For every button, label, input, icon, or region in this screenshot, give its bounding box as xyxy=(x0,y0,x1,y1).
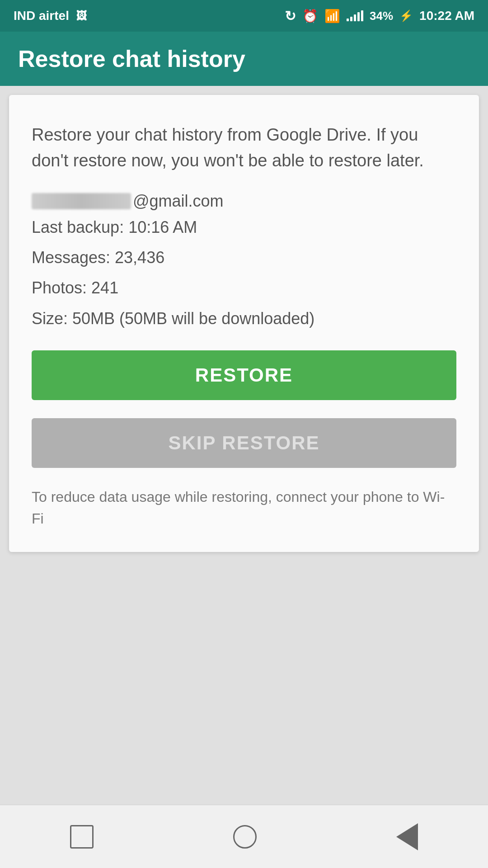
wifi-icon: 📶 xyxy=(324,9,340,24)
email-blurred xyxy=(32,193,131,209)
signal-icon xyxy=(347,10,363,21)
restore-button[interactable]: RESTORE xyxy=(32,350,456,400)
description-text: Restore your chat history from Google Dr… xyxy=(32,122,456,174)
email-row: @gmail.com xyxy=(32,192,456,211)
alarm-icon: ⏰ xyxy=(302,9,318,24)
status-bar: IND airtel 🖼 ↻ ⏰ 📶 34% ⚡ 10:22 AM xyxy=(0,0,488,32)
time-label: 10:22 AM xyxy=(419,9,474,23)
wifi-hint-text: To reduce data usage while restoring, co… xyxy=(32,486,456,529)
home-icon xyxy=(233,825,257,849)
email-suffix: @gmail.com xyxy=(133,192,224,211)
carrier-label: IND airtel xyxy=(14,9,69,23)
messages-label: Messages: 23,436 xyxy=(32,244,456,271)
toolbar: Restore chat history xyxy=(0,32,488,86)
recents-icon xyxy=(70,825,94,849)
skip-restore-button[interactable]: SKIP RESTORE xyxy=(32,418,456,468)
battery-percent: 34% xyxy=(370,9,393,23)
size-label: Size: 50MB (50MB will be downloaded) xyxy=(32,305,456,332)
photos-label: Photos: 241 xyxy=(32,274,456,302)
home-button[interactable] xyxy=(233,825,257,849)
nav-bar xyxy=(0,805,488,868)
battery-lightning-icon: ⚡ xyxy=(399,9,413,22)
last-backup-label: Last backup: 10:16 AM xyxy=(32,213,456,241)
back-icon xyxy=(396,823,418,850)
status-left: IND airtel 🖼 xyxy=(14,9,87,23)
status-right: ↻ ⏰ 📶 34% ⚡ 10:22 AM xyxy=(285,8,474,24)
backup-info: @gmail.com Last backup: 10:16 AM Message… xyxy=(32,192,456,332)
page-title: Restore chat history xyxy=(18,45,245,72)
content-area: Restore your chat history from Google Dr… xyxy=(0,86,488,805)
recents-button[interactable] xyxy=(70,825,94,849)
photo-icon: 🖼 xyxy=(76,9,87,22)
sync-icon: ↻ xyxy=(285,8,296,24)
restore-card: Restore your chat history from Google Dr… xyxy=(9,95,479,552)
back-button[interactable] xyxy=(396,823,418,850)
